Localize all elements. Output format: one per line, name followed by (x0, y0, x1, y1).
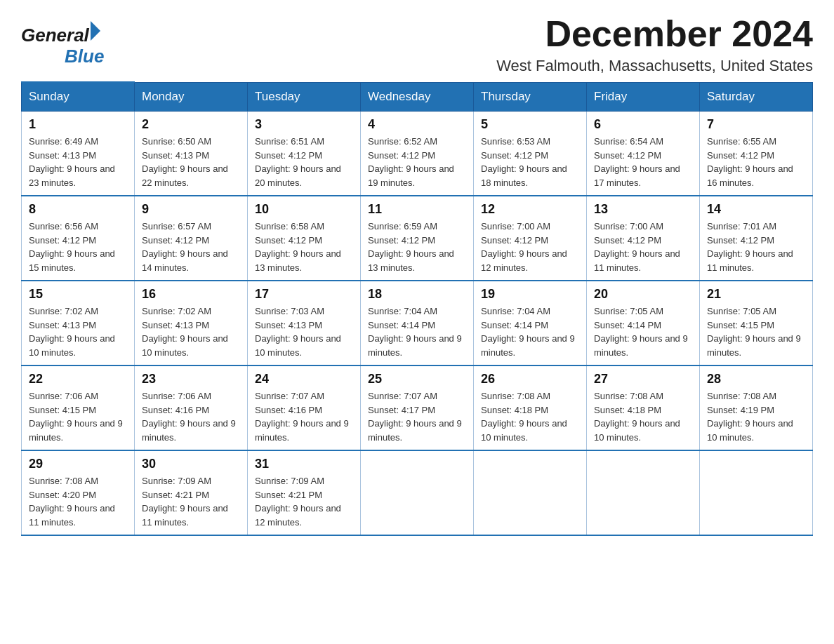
calendar-cell: 17 Sunrise: 7:03 AM Sunset: 4:13 PM Dayl… (248, 281, 361, 365)
day-info: Sunrise: 7:04 AM Sunset: 4:14 PM Dayligh… (481, 304, 579, 359)
calendar-cell: 11 Sunrise: 6:59 AM Sunset: 4:12 PM Dayl… (361, 196, 474, 281)
day-number: 10 (255, 202, 353, 217)
calendar-day-header: Friday (587, 82, 700, 112)
day-info: Sunrise: 6:53 AM Sunset: 4:12 PM Dayligh… (481, 135, 579, 189)
day-number: 23 (142, 372, 240, 387)
location-subtitle: West Falmouth, Massachusetts, United Sta… (496, 57, 813, 75)
day-number: 20 (594, 287, 692, 302)
calendar-day-header: Saturday (700, 82, 813, 112)
day-info: Sunrise: 6:59 AM Sunset: 4:12 PM Dayligh… (368, 220, 466, 274)
day-info: Sunrise: 7:06 AM Sunset: 4:15 PM Dayligh… (29, 389, 127, 444)
day-info: Sunrise: 7:03 AM Sunset: 4:13 PM Dayligh… (255, 304, 353, 359)
day-number: 11 (368, 202, 466, 217)
day-number: 31 (255, 457, 353, 471)
day-info: Sunrise: 7:07 AM Sunset: 4:17 PM Dayligh… (368, 389, 466, 444)
day-number: 15 (29, 287, 127, 302)
day-number: 7 (707, 117, 805, 132)
day-info: Sunrise: 6:55 AM Sunset: 4:12 PM Dayligh… (707, 135, 805, 189)
day-info: Sunrise: 6:50 AM Sunset: 4:13 PM Dayligh… (142, 135, 240, 189)
day-number: 14 (707, 202, 805, 217)
calendar-cell: 28 Sunrise: 7:08 AM Sunset: 4:19 PM Dayl… (700, 365, 813, 450)
calendar-cell: 7 Sunrise: 6:55 AM Sunset: 4:12 PM Dayli… (700, 112, 813, 196)
day-info: Sunrise: 7:09 AM Sunset: 4:21 PM Dayligh… (142, 474, 240, 529)
calendar-cell: 14 Sunrise: 7:01 AM Sunset: 4:12 PM Dayl… (700, 196, 813, 281)
day-info: Sunrise: 7:09 AM Sunset: 4:21 PM Dayligh… (255, 474, 353, 529)
day-number: 13 (594, 202, 692, 217)
day-info: Sunrise: 7:04 AM Sunset: 4:14 PM Dayligh… (368, 304, 466, 359)
calendar-day-header: Thursday (474, 82, 587, 112)
day-number: 19 (481, 287, 579, 302)
calendar-cell: 5 Sunrise: 6:53 AM Sunset: 4:12 PM Dayli… (474, 112, 587, 196)
calendar-cell: 19 Sunrise: 7:04 AM Sunset: 4:14 PM Dayl… (474, 281, 587, 365)
day-info: Sunrise: 6:54 AM Sunset: 4:12 PM Dayligh… (594, 135, 692, 189)
logo-general: General (21, 25, 89, 46)
calendar-table: SundayMondayTuesdayWednesdayThursdayFrid… (21, 81, 813, 536)
logo-blue: Blue (65, 46, 104, 67)
calendar-cell: 1 Sunrise: 6:49 AM Sunset: 4:13 PM Dayli… (22, 112, 135, 196)
calendar-week-row: 29 Sunrise: 7:08 AM Sunset: 4:20 PM Dayl… (22, 450, 813, 535)
calendar-week-row: 22 Sunrise: 7:06 AM Sunset: 4:15 PM Dayl… (22, 365, 813, 450)
month-title: December 2024 (496, 14, 813, 54)
calendar-cell: 30 Sunrise: 7:09 AM Sunset: 4:21 PM Dayl… (135, 450, 248, 535)
day-number: 8 (29, 202, 127, 217)
calendar-cell: 29 Sunrise: 7:08 AM Sunset: 4:20 PM Dayl… (22, 450, 135, 535)
day-number: 30 (142, 457, 240, 471)
calendar-cell (700, 450, 813, 535)
day-info: Sunrise: 7:02 AM Sunset: 4:13 PM Dayligh… (142, 304, 240, 359)
day-number: 3 (255, 117, 353, 132)
calendar-day-header: Wednesday (361, 82, 474, 112)
day-info: Sunrise: 7:05 AM Sunset: 4:14 PM Dayligh… (594, 304, 692, 359)
day-info: Sunrise: 6:57 AM Sunset: 4:12 PM Dayligh… (142, 220, 240, 274)
day-info: Sunrise: 7:07 AM Sunset: 4:16 PM Dayligh… (255, 389, 353, 444)
calendar-cell: 6 Sunrise: 6:54 AM Sunset: 4:12 PM Dayli… (587, 112, 700, 196)
day-info: Sunrise: 6:58 AM Sunset: 4:12 PM Dayligh… (255, 220, 353, 274)
title-block: December 2024 West Falmouth, Massachuset… (496, 14, 813, 75)
calendar-cell: 2 Sunrise: 6:50 AM Sunset: 4:13 PM Dayli… (135, 112, 248, 196)
day-info: Sunrise: 6:52 AM Sunset: 4:12 PM Dayligh… (368, 135, 466, 189)
calendar-cell: 13 Sunrise: 7:00 AM Sunset: 4:12 PM Dayl… (587, 196, 700, 281)
calendar-day-header: Tuesday (248, 82, 361, 112)
day-number: 21 (707, 287, 805, 302)
day-info: Sunrise: 7:05 AM Sunset: 4:15 PM Dayligh… (707, 304, 805, 359)
day-number: 6 (594, 117, 692, 132)
day-info: Sunrise: 7:08 AM Sunset: 4:19 PM Dayligh… (707, 389, 805, 444)
calendar-week-row: 8 Sunrise: 6:56 AM Sunset: 4:12 PM Dayli… (22, 196, 813, 281)
day-info: Sunrise: 7:01 AM Sunset: 4:12 PM Dayligh… (707, 220, 805, 274)
calendar-cell: 15 Sunrise: 7:02 AM Sunset: 4:13 PM Dayl… (22, 281, 135, 365)
calendar-week-row: 1 Sunrise: 6:49 AM Sunset: 4:13 PM Dayli… (22, 112, 813, 196)
calendar-cell: 25 Sunrise: 7:07 AM Sunset: 4:17 PM Dayl… (361, 365, 474, 450)
day-number: 5 (481, 117, 579, 132)
day-number: 16 (142, 287, 240, 302)
day-number: 17 (255, 287, 353, 302)
day-info: Sunrise: 6:56 AM Sunset: 4:12 PM Dayligh… (29, 220, 127, 274)
calendar-cell: 21 Sunrise: 7:05 AM Sunset: 4:15 PM Dayl… (700, 281, 813, 365)
calendar-cell: 8 Sunrise: 6:56 AM Sunset: 4:12 PM Dayli… (22, 196, 135, 281)
day-number: 22 (29, 372, 127, 387)
day-number: 24 (255, 372, 353, 387)
day-number: 25 (368, 372, 466, 387)
day-number: 1 (29, 117, 127, 132)
calendar-cell: 27 Sunrise: 7:08 AM Sunset: 4:18 PM Dayl… (587, 365, 700, 450)
calendar-cell: 20 Sunrise: 7:05 AM Sunset: 4:14 PM Dayl… (587, 281, 700, 365)
calendar-cell: 18 Sunrise: 7:04 AM Sunset: 4:14 PM Dayl… (361, 281, 474, 365)
calendar-week-row: 15 Sunrise: 7:02 AM Sunset: 4:13 PM Dayl… (22, 281, 813, 365)
day-info: Sunrise: 7:08 AM Sunset: 4:20 PM Dayligh… (29, 474, 127, 529)
calendar-cell: 16 Sunrise: 7:02 AM Sunset: 4:13 PM Dayl… (135, 281, 248, 365)
calendar-cell: 10 Sunrise: 6:58 AM Sunset: 4:12 PM Dayl… (248, 196, 361, 281)
day-info: Sunrise: 6:51 AM Sunset: 4:12 PM Dayligh… (255, 135, 353, 189)
calendar-cell (361, 450, 474, 535)
calendar-cell: 24 Sunrise: 7:07 AM Sunset: 4:16 PM Dayl… (248, 365, 361, 450)
calendar-cell: 3 Sunrise: 6:51 AM Sunset: 4:12 PM Dayli… (248, 112, 361, 196)
day-number: 29 (29, 457, 127, 471)
day-number: 26 (481, 372, 579, 387)
day-number: 9 (142, 202, 240, 217)
logo-triangle-icon (91, 21, 100, 41)
day-info: Sunrise: 7:08 AM Sunset: 4:18 PM Dayligh… (594, 389, 692, 444)
calendar-cell: 4 Sunrise: 6:52 AM Sunset: 4:12 PM Dayli… (361, 112, 474, 196)
calendar-header-row: SundayMondayTuesdayWednesdayThursdayFrid… (22, 82, 813, 112)
calendar-cell: 31 Sunrise: 7:09 AM Sunset: 4:21 PM Dayl… (248, 450, 361, 535)
day-info: Sunrise: 7:02 AM Sunset: 4:13 PM Dayligh… (29, 304, 127, 359)
day-number: 28 (707, 372, 805, 387)
day-info: Sunrise: 7:06 AM Sunset: 4:16 PM Dayligh… (142, 389, 240, 444)
day-info: Sunrise: 7:00 AM Sunset: 4:12 PM Dayligh… (594, 220, 692, 274)
